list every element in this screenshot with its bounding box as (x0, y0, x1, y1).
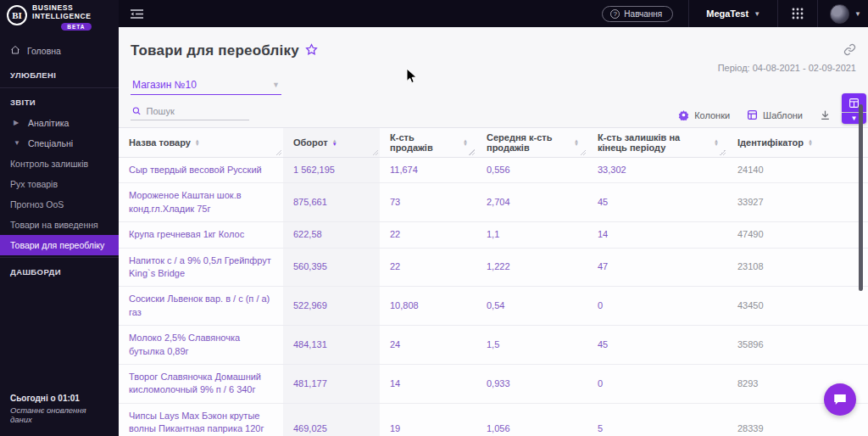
store-select-value: Магазин №10 (132, 79, 197, 91)
column-resize-handle[interactable] (469, 149, 475, 155)
column-header-2[interactable]: Оборот▲▼ (283, 128, 380, 157)
product-name-cell: Сыр твердый весовой Русский (119, 158, 283, 182)
turnover-cell: 875,661 (283, 183, 380, 221)
turnover-cell: 481,177 (283, 365, 380, 403)
sidebar-group-analytics-group[interactable]: ▶Аналітика (0, 113, 119, 133)
home-icon (10, 45, 20, 57)
sort-icon[interactable]: ▲▼ (714, 139, 719, 147)
column-header-3[interactable]: К-сть продажів▲▼ (380, 128, 476, 157)
training-button[interactable]: ? Навчання (602, 6, 673, 22)
sidebar-section-favorites-section: УЛЮБЛЕНІ (0, 63, 119, 86)
column-header-label: Ідентифікатор (737, 137, 804, 148)
avg-sales-cell: 1,5 (476, 326, 587, 364)
page-title: Товари для переобліку (131, 42, 299, 59)
column-resize-handle[interactable] (580, 149, 586, 155)
sort-icon[interactable]: ▲▼ (195, 139, 200, 147)
search-icon (132, 106, 142, 116)
table-row[interactable]: Чипсы Lays Max Бэкон крутые волны Пикант… (119, 404, 868, 436)
table-row[interactable]: Творог Славяночка Домашний кисломолочный… (119, 365, 868, 404)
sort-icon[interactable]: ▲▼ (332, 139, 337, 147)
sort-icon[interactable]: ▲▼ (808, 139, 813, 147)
avg-sales-cell: 0,933 (476, 365, 587, 403)
chevron-down-icon: ▼ (851, 115, 858, 122)
avg-sales-cell: 0,54 (476, 287, 587, 325)
sales-count-cell: 22 (380, 222, 476, 247)
templates-button[interactable]: Шаблони (747, 109, 803, 120)
sort-down-icon: ▼ (808, 143, 813, 147)
brand-logo[interactable]: BI BUSINESS INTELLIGENCE BETA (0, 0, 119, 34)
identifier-cell: 33927 (727, 183, 868, 221)
column-header-label: К-сть залишків на кінець періоду (598, 132, 709, 153)
column-header-label: Середня к-сть продажів (487, 132, 570, 153)
stock-end-cell: 33,302 (587, 158, 727, 182)
sidebar-item-home[interactable]: Головна (0, 39, 119, 63)
sort-down-icon: ▼ (195, 143, 200, 147)
search-input[interactable] (147, 106, 248, 116)
table-row[interactable]: Сосиски Львенок вар. в / с (п / а) газ52… (119, 287, 868, 326)
column-resize-handle[interactable] (275, 149, 281, 155)
columns-button-label: Колонки (694, 110, 730, 120)
stock-end-cell: 45 (587, 183, 727, 221)
products-table: Назва товару▲▼Оборот▲▼К-сть продажів▲▼Се… (119, 127, 868, 436)
sidebar: BI BUSINESS INTELLIGENCE BETA ГоловнаУЛЮ… (0, 0, 119, 436)
sidebar-item-goods-movement[interactable]: Рух товарів (0, 174, 119, 194)
avatar (830, 4, 849, 24)
identifier-cell: 23108 (727, 249, 868, 287)
sidebar-group-special-group[interactable]: ▼Спеціальні (0, 133, 119, 154)
store-select[interactable]: Магазин №10 ▼ (131, 76, 281, 95)
column-header-4[interactable]: Середня к-сть продажів▲▼ (476, 128, 587, 157)
apps-grid-button[interactable] (778, 0, 817, 27)
product-name-cell: Чипсы Lays Max Бэкон крутые волны Пикант… (119, 404, 283, 436)
table-row[interactable]: Крупа гречневая 1кг Колос622,58221,11447… (119, 222, 868, 248)
column-resize-handle[interactable] (720, 149, 726, 155)
sort-down-icon: ▼ (332, 143, 337, 147)
sort-down-icon: ▼ (714, 143, 719, 147)
vertical-scrollbar[interactable] (859, 104, 863, 291)
identifier-cell: 35896 (727, 326, 868, 364)
chevron-down-icon: ▼ (854, 10, 861, 18)
table-row[interactable]: Молоко 2,5% Славяночка бутылка 0,89г484,… (119, 326, 868, 365)
sidebar-group-label: Спеціальні (28, 138, 73, 148)
share-link-icon[interactable] (843, 43, 856, 59)
columns-settings-icon (678, 109, 689, 120)
sidebar-item-goods-withdrawal[interactable]: Товари на виведення (0, 215, 119, 235)
download-button[interactable] (820, 109, 831, 120)
apps-grid-icon (792, 8, 804, 20)
column-header-label: Назва товару (129, 137, 191, 148)
sidebar-nav: ГоловнаУЛЮБЛЕНІЗВІТИ▶Аналітика▼Спеціальн… (0, 34, 119, 385)
sidebar-item-stock-control[interactable]: Контроль залишків (0, 154, 119, 174)
column-header-1[interactable]: Назва товару▲▼ (119, 128, 283, 157)
bi-logo-icon: BI (7, 5, 27, 25)
table-row[interactable]: Мороженое Каштан шок.в конд.гл.Хладик 75… (119, 183, 868, 222)
account-menu[interactable]: MegaTest ▼ (689, 0, 777, 27)
column-header-5[interactable]: К-сть залишків на кінець періоду▲▼ (587, 128, 727, 157)
table-row[interactable]: Сыр твердый весовой Русский1 562,19511,6… (119, 158, 868, 183)
sidebar-item-label: Головна (27, 46, 61, 56)
sort-icon[interactable]: ▲▼ (574, 139, 579, 147)
table-body: Сыр твердый весовой Русский1 562,19511,6… (119, 158, 868, 436)
turnover-cell: 622,58 (283, 222, 380, 247)
collapse-menu-icon[interactable] (131, 8, 143, 20)
sidebar-item-goods-reinventory[interactable]: Товари для переобліку (0, 235, 119, 255)
chat-button[interactable] (824, 383, 856, 416)
column-resize-handle[interactable] (372, 149, 378, 155)
avg-sales-cell: 2,704 (476, 183, 587, 221)
sort-icon[interactable]: ▲▼ (463, 139, 468, 147)
identifier-cell: 43450 (727, 287, 868, 325)
favorite-star-icon[interactable] (305, 43, 318, 59)
topbar: ? Навчання MegaTest ▼ ▼ (119, 0, 868, 27)
sidebar-item-oos-forecast[interactable]: Прогноз OoS (0, 194, 119, 215)
turnover-cell: 469,025 (283, 404, 380, 436)
product-name-cell: Мороженое Каштан шок.в конд.гл.Хладик 75… (119, 183, 283, 221)
search-box (131, 103, 249, 120)
user-menu[interactable]: ▼ (818, 0, 868, 27)
turnover-cell: 560,395 (283, 249, 380, 287)
product-name-cell: Напиток с / а 9% 0,5л Грейпфрут King`s B… (119, 249, 283, 287)
avg-sales-cell: 0,556 (476, 158, 587, 182)
column-header-6[interactable]: Ідентифікатор▲▼ (727, 128, 868, 157)
columns-button[interactable]: Колонки (678, 109, 730, 120)
avg-sales-cell: 1,056 (476, 404, 587, 436)
sales-count-cell: 22 (380, 249, 476, 287)
product-name-cell: Крупа гречневая 1кг Колос (119, 222, 283, 247)
table-row[interactable]: Напиток с / а 9% 0,5л Грейпфрут King`s B… (119, 249, 868, 288)
